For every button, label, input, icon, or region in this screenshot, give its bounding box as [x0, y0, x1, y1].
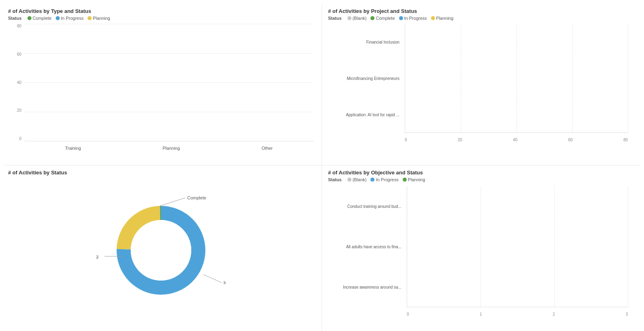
obj-blank-dot — [347, 178, 351, 182]
proj-y-label-3: Application: AI tool for rapid ... — [346, 113, 399, 117]
blank-dot — [347, 16, 351, 20]
obj-legend-blank: (Blank) — [347, 177, 367, 182]
chart-project-status-title: # of Activities by Project and Status — [328, 8, 632, 14]
proj-legend-planning-label: Planning — [436, 16, 454, 21]
legend-complete-label: Complete — [33, 16, 52, 21]
proj-legend-inprogress: In Progress — [399, 16, 427, 21]
y-label-0: 0 — [19, 136, 21, 141]
obj-x-3: 3 — [625, 312, 628, 316]
proj-legend-complete-label: Complete — [376, 16, 395, 21]
proj-legend-blank-label: (Blank) — [353, 16, 367, 21]
chart-status-title: # of Activities by Status — [8, 170, 314, 176]
proj-x-80: 80 — [623, 138, 628, 142]
legend-complete: Complete — [27, 16, 52, 21]
proj-complete-dot — [370, 16, 374, 20]
y-label-60: 60 — [17, 52, 21, 57]
complete-dot — [27, 16, 31, 20]
legend-inprogress: In Progress — [56, 16, 84, 21]
x-label-planning: Planning — [163, 146, 180, 151]
chart-type-status-legend: Status Complete In Progress Planning — [8, 16, 314, 21]
obj-y-label-2: All adults have access to fina... — [346, 245, 401, 249]
proj-legend-complete: Complete — [370, 16, 395, 21]
complete-label-line — [160, 198, 185, 206]
chart-type-status: # of Activities by Type and Status Statu… — [4, 4, 322, 166]
planning-label-text: Planning — [96, 254, 98, 259]
donut-svg: Complete In Progress Planning — [96, 186, 226, 315]
obj-legend-inprogress-label: In Progress — [376, 177, 398, 182]
donut-hole — [131, 220, 191, 281]
obj-planning-dot — [403, 178, 407, 182]
obj-legend-blank-label: (Blank) — [353, 177, 367, 182]
legend-planning-label: Planning — [93, 16, 110, 21]
obj-x-2: 2 — [553, 312, 555, 316]
obj-legend-status-label: Status — [328, 177, 342, 182]
inprogress-dot — [56, 16, 60, 20]
planning-dot — [88, 16, 92, 20]
obj-x-1: 1 — [480, 312, 482, 316]
proj-planning-dot — [431, 16, 435, 20]
proj-inprogress-dot — [399, 16, 403, 20]
obj-inprogress-dot — [370, 178, 374, 182]
legend-inprogress-label: In Progress — [61, 16, 84, 21]
proj-legend-blank: (Blank) — [347, 16, 367, 21]
x-label-training: Training — [65, 146, 81, 151]
chart-objective-status-title: # of Activities by Objective and Status — [328, 170, 632, 176]
inprogress-label-text: In Progress — [224, 280, 226, 285]
obj-legend-planning-label: Planning — [408, 177, 425, 182]
proj-x-40: 40 — [513, 138, 517, 142]
obj-legend-planning: Planning — [403, 177, 425, 182]
proj-x-20: 20 — [458, 138, 462, 142]
chart-objective-status: # of Activities by Objective and Status … — [322, 166, 640, 331]
complete-label-text: Complete — [187, 195, 206, 200]
legend-status-label: Status — [8, 16, 22, 21]
legend-planning: Planning — [88, 16, 110, 21]
chart-status-donut: # of Activities by Status — [4, 166, 322, 331]
chart-objective-status-legend: Status (Blank) In Progress Planning — [328, 177, 632, 182]
proj-y-label-1: Financial Inclusion — [366, 40, 399, 44]
chart-project-status: # of Activities by Project and Status St… — [322, 4, 640, 166]
x-label-other: Other — [261, 146, 273, 151]
obj-legend-inprogress: In Progress — [370, 177, 398, 182]
obj-y-label-3: Increase awareness around sa... — [343, 285, 401, 289]
proj-x-0: 0 — [405, 138, 407, 142]
y-label-40: 40 — [17, 80, 21, 85]
chart-type-status-title: # of Activities by Type and Status — [8, 8, 314, 14]
y-label-80: 80 — [17, 24, 21, 28]
obj-x-0: 0 — [407, 312, 409, 316]
proj-x-60: 60 — [568, 138, 573, 142]
y-label-20: 20 — [17, 108, 21, 113]
inprogress-label-line — [203, 274, 222, 283]
proj-legend-status-label: Status — [328, 16, 342, 21]
proj-legend-planning: Planning — [431, 16, 454, 21]
chart-project-status-legend: Status (Blank) Complete In Progress Plan… — [328, 16, 632, 21]
obj-y-label-1: Conduct training around bud... — [347, 204, 401, 209]
proj-legend-inprogress-label: In Progress — [404, 16, 427, 21]
dashboard: # of Activities by Type and Status Statu… — [0, 0, 644, 331]
proj-y-label-2: Microfinancing Entrepreneurs — [347, 76, 399, 81]
